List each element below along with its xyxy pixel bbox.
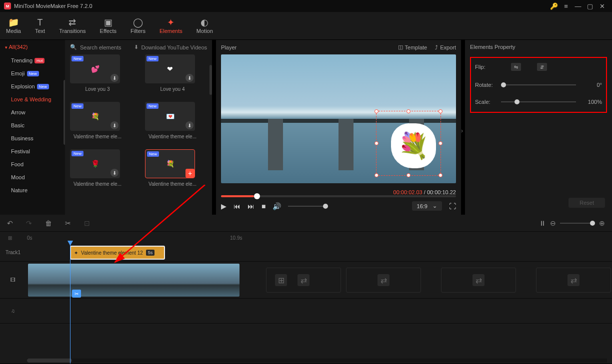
add-track-button[interactable]: ⊞ [8, 235, 12, 241]
add-media-icon[interactable]: ⊞ [275, 274, 287, 286]
elements-panel: 🔍 Search elements ⬇ Download YouTube Vid… [65, 40, 212, 215]
element-item[interactable]: 💕New⬇Love you 3 [70, 54, 125, 92]
search-icon: 🔍 [70, 44, 77, 50]
clip-placeholder[interactable]: ⇄ [441, 268, 516, 293]
category-emoji[interactable]: EmojiNew [0, 67, 65, 80]
fit-zoom-button[interactable]: ⏸ [539, 219, 546, 227]
download-element-button[interactable]: ⬇ [186, 74, 194, 82]
export-icon: ⤴ [435, 44, 438, 50]
fullscreen-button[interactable]: ⛶ [449, 202, 456, 210]
elements-icon: ✦ [167, 18, 174, 27]
resize-handle[interactable] [438, 141, 442, 145]
prev-frame-button[interactable]: ⏮ [234, 202, 240, 210]
zoom-slider[interactable] [560, 223, 595, 224]
volume-slider[interactable] [288, 206, 328, 207]
clip-placeholder[interactable]: ⇄ [536, 268, 611, 293]
tab-effects[interactable]: ▣Effects [100, 18, 116, 34]
effects-icon: ▣ [104, 18, 112, 27]
download-element-button[interactable]: ⬇ [110, 74, 118, 82]
video-clip[interactable]: ✂ [28, 264, 240, 297]
category-business[interactable]: Business [0, 132, 65, 145]
flip-horizontal-button[interactable]: ⇋ [511, 63, 521, 71]
aspect-ratio-select[interactable]: 16:9⌄ [412, 201, 442, 211]
flip-vertical-button[interactable]: ⇵ [537, 63, 547, 71]
maximize-button[interactable]: ▢ [584, 2, 596, 10]
category-nature[interactable]: Nature [0, 184, 65, 197]
category-explosion[interactable]: ExplosionNew [0, 80, 65, 93]
resize-handle[interactable] [438, 109, 442, 113]
reset-button[interactable]: Reset [568, 198, 605, 208]
crop-button[interactable]: ⊡ [84, 219, 90, 227]
menu-icon[interactable]: ≡ [560, 2, 572, 10]
rotate-label: Rotate: [475, 82, 495, 88]
progress-bar[interactable] [221, 195, 456, 197]
new-badge: New [72, 56, 84, 61]
download-element-button[interactable]: ⬇ [110, 121, 118, 129]
category-basic[interactable]: Basic [0, 119, 65, 132]
timeline-scrollbar[interactable] [27, 359, 607, 363]
next-frame-button[interactable]: ⏭ [248, 202, 254, 210]
category-food[interactable]: Food [0, 158, 65, 171]
element-clip[interactable]: ✦ Valentine theme element 12 5s [70, 246, 165, 260]
volume-icon[interactable]: 🔊 [272, 202, 281, 210]
redo-button[interactable]: ↷ [26, 219, 32, 227]
progress-handle[interactable] [254, 193, 260, 199]
category-mood[interactable]: Mood [0, 171, 65, 184]
tab-filters[interactable]: ◯Filters [130, 18, 146, 34]
category-all[interactable]: All(342) [0, 40, 65, 54]
delete-button[interactable]: 🗑 [45, 219, 52, 227]
tab-text[interactable]: TText [35, 18, 45, 34]
template-button[interactable]: ◫Template [398, 44, 428, 50]
download-youtube-link[interactable]: Download YouTube Videos [142, 44, 208, 50]
export-button[interactable]: ⤴Export [435, 44, 456, 50]
close-button[interactable]: ✕ [596, 2, 608, 10]
tab-motion[interactable]: ◐Motion [196, 18, 213, 34]
split-marker-icon[interactable]: ✂ [72, 290, 81, 298]
add-element-button[interactable]: + [186, 169, 194, 178]
resize-handle[interactable] [438, 173, 442, 177]
category-trending[interactable]: TrendingHot [0, 54, 65, 67]
clip-placeholder[interactable]: ⇄ [346, 268, 421, 293]
stop-button[interactable]: ■ [262, 202, 266, 210]
elements-scrollbar[interactable] [210, 65, 212, 95]
resize-handle[interactable] [374, 141, 378, 145]
rotate-value: 0° [582, 82, 602, 88]
element-item[interactable]: 🌹New⬇Valentine theme ele... [70, 149, 125, 187]
element-item[interactable]: 💐New⬇Valentine theme ele... [70, 102, 125, 139]
download-element-button[interactable]: ⬇ [110, 169, 118, 177]
resize-handle[interactable] [406, 173, 410, 177]
collapse-chevron-icon[interactable]: › [461, 127, 463, 134]
playhead[interactable] [70, 244, 70, 364]
new-badge: New [146, 103, 158, 109]
element-item[interactable]: ❤New⬇Love you 4 [145, 54, 200, 92]
titlebar: M MiniTool MovieMaker Free 7.2.0 🔑 ≡ — ▢… [0, 0, 612, 12]
scale-slider[interactable] [501, 101, 576, 102]
zoom-in-button[interactable]: ⊕ [599, 219, 605, 227]
category-festival[interactable]: Festival [0, 145, 65, 158]
minimize-button[interactable]: — [572, 2, 584, 10]
resize-handle[interactable] [374, 109, 378, 113]
download-element-button[interactable]: ⬇ [186, 121, 194, 129]
selection-bounding-box[interactable] [376, 111, 441, 176]
timeline-ruler[interactable]: ⊞ 0s 10.9s [0, 232, 612, 244]
resize-handle[interactable] [406, 109, 410, 113]
split-button[interactable]: ✂ [65, 219, 71, 227]
play-button[interactable]: ▶ [221, 202, 226, 210]
tab-media[interactable]: 📁Media [6, 18, 21, 34]
element-label: Love you 4 [145, 86, 200, 92]
category-arrow[interactable]: Arrow [0, 106, 65, 119]
undo-button[interactable]: ↶ [7, 219, 13, 227]
preview-canvas[interactable]: 💐 [221, 54, 456, 183]
upgrade-key-icon[interactable]: 🔑 [548, 2, 560, 10]
tab-elements[interactable]: ✦Elements [160, 18, 182, 34]
category-love-wedding[interactable]: Love & Wedding [0, 93, 65, 106]
resize-handle[interactable] [374, 173, 378, 177]
element-item[interactable]: 💌New⬇Valentine theme ele... [145, 102, 200, 139]
zoom-out-button[interactable]: ⊖ [550, 219, 556, 227]
rotate-slider[interactable] [501, 84, 576, 85]
element-item[interactable]: 💐New+Valentine theme ele... [145, 149, 200, 187]
new-badge: New [72, 151, 84, 156]
search-elements-input[interactable]: Search elements [80, 44, 131, 50]
tab-transitions[interactable]: ⇄Transitions [59, 18, 86, 34]
download-icon: ⬇ [134, 44, 138, 50]
